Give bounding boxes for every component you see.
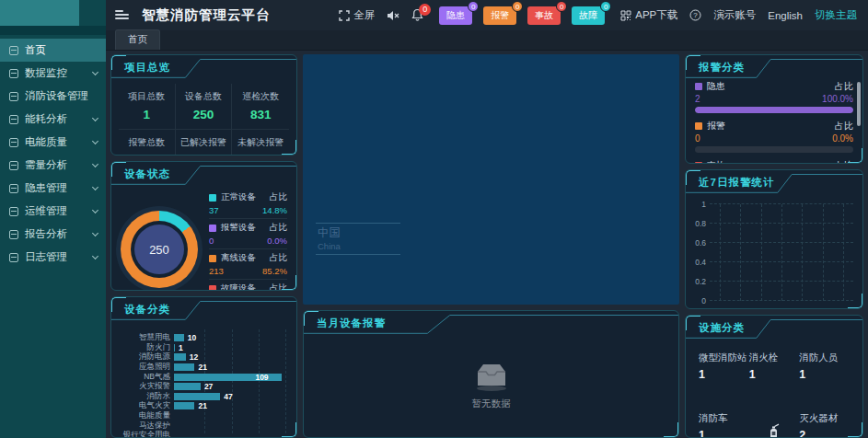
power-quality-icon xyxy=(9,138,18,147)
sidebar-item-demand[interactable]: 需量分析 xyxy=(0,154,106,177)
y-tick-label: 0.6 xyxy=(695,238,706,248)
speaker-muted-icon xyxy=(387,10,399,21)
legend-color-swatch xyxy=(209,255,216,262)
sidebar-item-energy[interactable]: 能耗分析 xyxy=(0,108,106,131)
account-menu[interactable]: 演示账号 xyxy=(713,8,756,22)
alarm-category-name: 隐患 xyxy=(707,80,725,93)
fullscreen-button[interactable]: 全屏 xyxy=(339,8,375,22)
legend-name: 正常设备 xyxy=(221,191,256,203)
chevron-down-icon xyxy=(92,252,98,259)
panel-project-overview: 项目总览 项目总数1设备总数250巡检次数831报警总数2已解决报警2未解决报警… xyxy=(110,54,297,156)
alert-chip-alarm[interactable]: 报警0 xyxy=(483,6,516,25)
alert-chip-fault[interactable]: 故障0 xyxy=(572,6,605,25)
middle-column: 中国 China 当月设备报警 暂无数据 xyxy=(303,54,679,438)
legend-row: 故障设备占比00.0% xyxy=(209,280,287,291)
demand-icon xyxy=(9,161,18,170)
bar-value: 27 xyxy=(204,382,213,391)
donut-total: 250 xyxy=(134,225,184,274)
alarm-category-percent: 0.0% xyxy=(832,133,853,144)
x-tick-label: 07-05 xyxy=(833,307,853,309)
stat-label: 项目总数 xyxy=(121,90,173,103)
x-tick-label: 07-01 xyxy=(751,307,771,309)
app-header: 智慧消防管理云平台 全屏 0 隐患0报警0事故0故障0 APP下载 ? 演示账号 xyxy=(106,0,868,30)
fire-extinguisher-icon xyxy=(768,423,780,438)
sidebar-item-label: 隐患管理 xyxy=(25,181,67,195)
sidebar-item-power-quality[interactable]: 电能质量 xyxy=(0,131,106,154)
bar-category-label: 银行安全用电 xyxy=(117,430,174,438)
panel-device-status: 设备状态 250 正常设备占比3714.8%报警设备占比00.0%离线设备占比2… xyxy=(110,161,297,291)
china-map[interactable]: 中国 China xyxy=(303,54,679,305)
x-tick-label: 07-02 xyxy=(771,307,792,309)
panel-facility-category: 设施分类 微型消防站1消火栓1消防人员1消防车1灭火器材2 xyxy=(685,315,863,438)
gridline-v xyxy=(843,204,844,301)
sidebar-item-data-monitor[interactable]: 数据监控 xyxy=(0,62,106,85)
overview-stat: 项目总数1 xyxy=(119,84,176,130)
x-tick-label: 07-03 xyxy=(792,307,812,309)
x-tick-label: 07-04 xyxy=(812,307,832,309)
question-circle-icon: ? xyxy=(689,9,701,21)
facility-item: 灭火器材2 xyxy=(799,412,850,438)
bar-value: 21 xyxy=(198,363,206,372)
overview-stat: 已解决报警2 xyxy=(176,130,233,156)
sidebar-item-log[interactable]: 日志管理 xyxy=(0,246,106,269)
overview-stat: 巡检次数831 xyxy=(232,84,289,130)
legend-value: 37 xyxy=(209,205,219,215)
overview-stats: 项目总数1设备总数250巡检次数831报警总数2已解决报警2未解决报警0 xyxy=(119,84,289,156)
collapse-menu-icon[interactable] xyxy=(115,10,129,20)
tab-home[interactable]: 首页 xyxy=(115,29,160,50)
help-button[interactable]: ? xyxy=(689,9,701,21)
sidebar-item-label: 需量分析 xyxy=(25,158,67,172)
left-column: 项目总览 项目总数1设备总数250巡检次数831报警总数2已解决报警2未解决报警… xyxy=(110,54,297,438)
stat-value: 1 xyxy=(121,108,173,121)
bar-row: 银行安全用电 xyxy=(117,431,287,438)
facility-icon-cell xyxy=(749,412,800,438)
legend-percent: 85.2% xyxy=(262,266,287,276)
facility-value: 1 xyxy=(799,368,850,381)
ratio-label: 占比 xyxy=(270,191,287,203)
sidebar-item-label: 能耗分析 xyxy=(25,112,67,126)
bar-value: 109 xyxy=(255,373,268,382)
alarm-category-list: 隐患占比2100.0%报警占比00.0%事故占比00.0% xyxy=(686,78,862,163)
bar-value: 21 xyxy=(198,401,206,410)
bar xyxy=(174,344,175,352)
alert-chip-count: 0 xyxy=(512,1,523,12)
sidebar-item-ops[interactable]: 运维管理 xyxy=(0,200,106,223)
device-status-legend: 正常设备占比3714.8%报警设备占比00.0%离线设备占比21385.2%故障… xyxy=(209,189,287,291)
facility-item: 消防车1 xyxy=(699,412,749,438)
sidebar-item-hazard[interactable]: 隐患管理 xyxy=(0,177,106,200)
right-column: 报警分类 隐患占比2100.0%报警占比00.0%事故占比00.0% 近7日报警… xyxy=(685,54,863,438)
alert-chips: 隐患0报警0事故0故障0 xyxy=(439,6,605,25)
facility-label: 消防人员 xyxy=(799,352,850,364)
gridline-v xyxy=(761,204,762,301)
gridline-v xyxy=(781,204,782,301)
alert-chip-hazard[interactable]: 隐患0 xyxy=(439,6,472,25)
qr-code-icon xyxy=(620,10,631,21)
facility-label: 灭火器材 xyxy=(799,412,850,425)
stat-label: 设备总数 xyxy=(178,90,230,103)
page-title: 智慧消防管理云平台 xyxy=(142,6,271,24)
sidebar-item-label: 数据监控 xyxy=(25,66,67,80)
language-switch[interactable]: English xyxy=(768,10,803,21)
sidebar-item-label: 日志管理 xyxy=(25,250,67,264)
theme-switch[interactable]: 切换主题 xyxy=(815,8,857,22)
alert-chip-accident[interactable]: 事故0 xyxy=(527,6,561,25)
bar xyxy=(174,334,184,341)
sidebar-item-home[interactable]: 首页 xyxy=(0,39,106,62)
ratio-label: 占比 xyxy=(270,282,287,291)
dashboard: 项目总览 项目总数1设备总数250巡检次数831报警总数2已解决报警2未解决报警… xyxy=(106,51,868,438)
facility-label: 消防车 xyxy=(699,412,749,425)
legend-color-swatch xyxy=(695,83,702,90)
alarm-category-row: 事故占比00.0% xyxy=(695,159,853,164)
notifications-button[interactable]: 0 xyxy=(411,8,423,23)
bar-value: 1 xyxy=(179,343,183,352)
home-icon xyxy=(9,46,18,55)
scrollbar-thumb[interactable] xyxy=(857,82,861,126)
sidebar-item-fire-device[interactable]: 消防设备管理 xyxy=(0,85,106,108)
legend-row: 正常设备占比3714.8% xyxy=(209,189,287,219)
app-download-button[interactable]: APP下载 xyxy=(620,8,677,22)
alarm-category-value: 0 xyxy=(695,133,700,144)
mute-button[interactable] xyxy=(387,10,399,21)
sidebar-item-report[interactable]: 报告分析 xyxy=(0,223,106,246)
energy-icon xyxy=(9,115,18,124)
chart-x-axis: 06-2906-3007-0107-0207-0307-0407-05 xyxy=(710,307,853,309)
